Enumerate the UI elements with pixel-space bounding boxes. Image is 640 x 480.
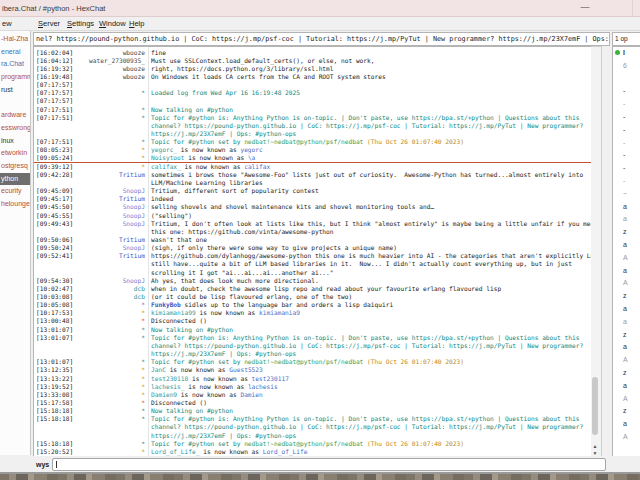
userlist-item[interactable]: A: [623, 356, 628, 363]
userlist-item[interactable]: ~: [623, 190, 627, 197]
chat-link[interactable]: https://j.mp/23X7emF | Ops: #python-ops: [151, 432, 296, 439]
chat-text: kimiamania99: [151, 309, 196, 316]
userlist-item[interactable]: a: [623, 215, 627, 222]
chat-nick-column: *: [36, 366, 145, 374]
userlist-item[interactable]: z: [623, 228, 627, 235]
userlist-item[interactable]: 6: [623, 62, 627, 69]
chat-nick-column: *: [36, 448, 145, 456]
minimize-button[interactable]: —: [574, 0, 596, 16]
event-star-icon: *: [141, 407, 145, 414]
userlist-item[interactable]: A: [623, 279, 628, 286]
tree-item-rachat[interactable]: ra.Chat: [1, 60, 24, 67]
chat-nick[interactable]: Tritium: [119, 171, 145, 178]
chat-row: https://j.mp/23X7emF | Ops: #python-ops: [34, 350, 591, 358]
userlist-item[interactable]: -: [623, 151, 625, 158]
tree-item-ecurity[interactable]: ecurity: [1, 187, 22, 194]
userlist-item[interactable]: z: [623, 331, 627, 338]
userlist-item[interactable]: a: [623, 318, 627, 325]
tree-item-esswrong[interactable]: esswrong: [1, 124, 31, 131]
userlist-item[interactable]: A: [623, 254, 628, 261]
chat-link[interactable]: https://j.mp/23X7emF | Ops: #python-ops: [151, 130, 296, 137]
chat-scrollbar[interactable]: ▲ ▼: [591, 46, 602, 458]
tree-item-etworkin[interactable]: etworkin: [1, 149, 27, 156]
chat-nick[interactable]: dcb: [134, 293, 145, 300]
chat-nick[interactable]: Tritium: [119, 236, 145, 243]
chat-row: [09:50:24]SnoopJ(sigh, if only there wer…: [34, 244, 591, 252]
userlist-item[interactable]: -: [623, 87, 625, 94]
userlist-item[interactable]: -: [623, 100, 625, 107]
chat-nick[interactable]: Tritium: [119, 195, 145, 202]
chat-nick[interactable]: wbooze: [123, 73, 145, 80]
chat-row: [07:17:57]: [34, 97, 591, 105]
chat-nick[interactable]: SnoopJ: [123, 212, 145, 219]
userlist-item[interactable]: -: [623, 126, 625, 133]
tree-item-eneral[interactable]: eneral: [1, 48, 20, 55]
chat-row: [16:19:48]wboozeOn Windows it loads CA c…: [34, 73, 591, 81]
chat-nick[interactable]: dcb: [134, 285, 145, 292]
chat-text: sidles up to the language bar and orders…: [181, 301, 393, 308]
chat-message: sometimes i brows those "Awesome-Foo" li…: [151, 171, 591, 179]
user-list: l6--------~aazaAaAzaazaAzaAzaA: [612, 46, 640, 457]
scrollbar-thumb[interactable]: [592, 377, 598, 435]
chat-text: is now known as: [185, 383, 248, 390]
chat-row: [09:52:41]Tritiumhttps://github.com/dyla…: [34, 252, 591, 260]
userlist-item[interactable]: A: [623, 433, 628, 440]
menu-server[interactable]: Server: [38, 19, 60, 28]
userlist-item[interactable]: -: [623, 164, 625, 171]
chat-nick[interactable]: wbooze: [123, 49, 145, 56]
chat-nick[interactable]: Tritium: [119, 252, 145, 259]
chat-nick[interactable]: SnoopJ: [123, 187, 145, 194]
chat-nick[interactable]: SnoopJ: [123, 220, 145, 227]
tree-item-programm[interactable]: programm: [1, 73, 31, 80]
userlist-item[interactable]: -: [623, 113, 625, 120]
chat-row: https://j.mp/23X7emF | Ops: #python-ops: [34, 432, 591, 440]
chat-message: ("selling"): [151, 212, 591, 220]
title-bar[interactable]: ibera.Chat / #python - HexChat —: [0, 0, 640, 17]
chat-nick[interactable]: SnoopJ: [123, 244, 145, 251]
chat-text: ("selling"): [151, 212, 192, 219]
userlist-item[interactable]: a: [623, 305, 627, 312]
userlist-item[interactable]: a: [623, 203, 627, 210]
tree-item-rust[interactable]: rust: [1, 86, 13, 93]
userlist-item[interactable]: z: [623, 292, 627, 299]
tree-item-halzha[interactable]: -Hal-Zha: [1, 35, 28, 42]
maximize-button[interactable]: [632, 0, 640, 16]
scroll-up-icon[interactable]: ▲: [591, 443, 599, 450]
userlist-item[interactable]: z: [623, 407, 627, 414]
userlist-item[interactable]: A: [623, 395, 628, 402]
chat-row: [13:01:07]*Now talking on #python: [34, 326, 591, 334]
chat-row: [07:17:57]*Loaded log from Wed Apr 16 16…: [34, 89, 591, 97]
userlist-item[interactable]: a: [623, 420, 627, 427]
chat-message: https://j.mp/23X7emF | Ops: #python-ops: [151, 130, 591, 138]
userlist-item[interactable]: -: [623, 139, 625, 146]
menu-settings[interactable]: Settings: [67, 19, 94, 28]
userlist-item[interactable]: a: [623, 382, 627, 389]
tree-item-helounge[interactable]: helounge: [1, 200, 30, 207]
chat-row: [09:54:30]SnoopJAh yes, that does look m…: [34, 277, 591, 285]
chat-nick[interactable]: SnoopJ: [123, 203, 145, 210]
chat-nick[interactable]: water_27300935_: [89, 57, 145, 64]
userlist-item[interactable]: l: [623, 49, 625, 56]
chat-message: Damien9 is now known as Damien: [151, 391, 591, 399]
message-input[interactable]: [52, 458, 606, 471]
tree-item-inux[interactable]: inux: [1, 137, 14, 144]
tree-item-ython[interactable]: ython: [1, 175, 18, 182]
userlist-item[interactable]: a: [623, 241, 627, 248]
menu-view[interactable]: ew: [2, 19, 12, 28]
userlist-item[interactable]: a: [623, 343, 627, 350]
chat-link[interactable]: https://j.mp/23X7emF | Ops: #python-ops: [151, 350, 296, 357]
menu-window[interactable]: Window: [99, 19, 126, 28]
userlist-item[interactable]: a: [623, 267, 627, 274]
userlist-item[interactable]: -: [623, 177, 625, 184]
menu-help[interactable]: Help: [129, 19, 144, 28]
userlist-item[interactable]: z: [623, 369, 627, 376]
chat-nick[interactable]: wbooze: [123, 65, 145, 72]
chat-link[interactable]: https://github.com/dylanhogg/awesome-pyt…: [151, 252, 591, 259]
chat-message: kimiamania99 is now known as kimiamania9: [151, 309, 591, 317]
tree-item-ostgresq[interactable]: ostgresq: [1, 162, 28, 169]
tree-item-ardware[interactable]: ardware: [1, 111, 26, 118]
topic-bar[interactable]: nel? https://pound-python.github.io | Co…: [33, 32, 610, 46]
chat-nick[interactable]: SnoopJ: [123, 277, 145, 284]
chat-row: [07:17:51]*Topic for #python is: Anythin…: [34, 114, 591, 122]
chat-nick-column: *: [36, 375, 145, 383]
